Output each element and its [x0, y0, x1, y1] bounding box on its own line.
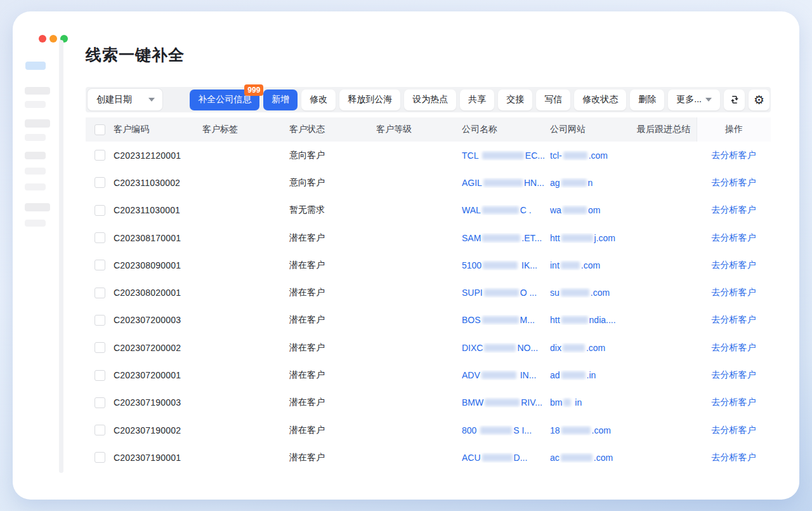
cell-customer-status: 意向客户: [289, 150, 376, 161]
sidebar-skeleton-bar: [25, 152, 46, 159]
cell-company-website[interactable]: agn: [550, 178, 637, 188]
row-checkbox[interactable]: [95, 342, 105, 353]
cell-company-name[interactable]: ACUD...: [462, 453, 550, 463]
cell-customer-status: 潜在客户: [289, 397, 376, 408]
page-title: 线索一键补全: [86, 44, 771, 65]
row-checkbox[interactable]: [95, 260, 105, 270]
toolbar-button[interactable]: 释放到公海: [339, 90, 400, 110]
sidebar-skeleton-bar: [25, 203, 50, 211]
row-checkbox[interactable]: [95, 315, 105, 326]
cell-company-name[interactable]: WALC .: [462, 205, 550, 215]
analyze-customer-link[interactable]: 去分析客户: [712, 397, 756, 408]
cell-company-name[interactable]: DIXCNO...: [462, 343, 550, 353]
column-header: 客户状态: [289, 124, 376, 135]
cell-company-website[interactable]: 18.com: [550, 425, 637, 435]
sidebar-skeleton-bar: [25, 183, 46, 190]
table-row: C202311030001暂无需求WALC .waom去分析客户: [86, 197, 771, 224]
row-checkbox[interactable]: [95, 452, 105, 463]
sidebar-skeleton-bar: [25, 62, 46, 70]
analyze-customer-link[interactable]: 去分析客户: [712, 425, 756, 436]
row-checkbox[interactable]: [95, 288, 105, 298]
date-filter-dropdown[interactable]: 创建日期: [88, 89, 162, 110]
toolbar-button[interactable]: 修改: [301, 90, 336, 110]
analyze-customer-link[interactable]: 去分析客户: [712, 232, 756, 244]
cell-company-website[interactable]: httj.com: [550, 233, 637, 243]
minimize-window-dot[interactable]: [49, 35, 57, 43]
cell-company-website[interactable]: int.com: [550, 260, 637, 270]
toolbar-button[interactable]: 修改状态: [574, 90, 626, 110]
redacted-text: [563, 206, 587, 214]
cell-company-name[interactable]: SAM.ET...: [462, 233, 550, 243]
table-row: C202307190002潜在客户800 S I...18.com去分析客户: [86, 416, 771, 444]
cell-company-name[interactable]: 5100 IK...: [462, 260, 550, 270]
redacted-text: [482, 454, 513, 461]
gear-icon[interactable]: ⚙: [749, 90, 769, 110]
row-checkbox[interactable]: [95, 370, 105, 381]
redacted-text: [482, 234, 520, 242]
complete-company-info-button[interactable]: 补全公司信息999: [190, 90, 259, 110]
table-row: C202312120001意向客户TCL EC...tcl-.com去分析客户: [86, 142, 771, 169]
cell-company-name[interactable]: BOSM...: [462, 315, 550, 325]
cell-customer-status: 潜在客户: [289, 425, 376, 436]
toolbar-button[interactable]: 设为热点: [404, 90, 456, 110]
analyze-customer-link[interactable]: 去分析客户: [712, 177, 756, 189]
cell-company-name[interactable]: TCL EC...: [462, 150, 550, 161]
cell-company-website[interactable]: httndia....: [550, 315, 637, 325]
analyze-customer-link[interactable]: 去分析客户: [712, 204, 756, 216]
column-header: 操作: [697, 117, 771, 142]
cell-company-website[interactable]: tcl-.com: [550, 150, 637, 161]
table-row: C202307190003潜在客户BMWRIV...bm in去分析客户: [86, 389, 771, 416]
cell-customer-code: C202308170001: [114, 233, 202, 243]
cell-company-website[interactable]: ad.in: [550, 370, 637, 380]
analyze-customer-link[interactable]: 去分析客户: [712, 150, 756, 161]
sidebar-skeleton-bar: [25, 87, 50, 95]
analyze-customer-link[interactable]: 去分析客户: [712, 314, 756, 326]
sidebar-divider: [59, 40, 63, 473]
row-checkbox[interactable]: [95, 397, 105, 408]
redacted-text: [480, 427, 512, 434]
toolbar-button[interactable]: 写信: [536, 90, 570, 110]
row-checkbox[interactable]: [95, 425, 105, 435]
row-checkbox[interactable]: [95, 177, 105, 188]
row-checkbox[interactable]: [95, 232, 105, 243]
cell-customer-status: 潜在客户: [289, 232, 376, 244]
toolbar-button[interactable]: 交接: [498, 90, 532, 110]
cell-company-name[interactable]: AGILHN...: [462, 178, 550, 188]
redacted-text: [482, 152, 524, 159]
cell-customer-code: C202311030002: [114, 178, 202, 188]
more-button[interactable]: 更多...: [668, 90, 720, 110]
analyze-customer-link[interactable]: 去分析客户: [712, 369, 756, 381]
analyze-customer-link[interactable]: 去分析客户: [712, 452, 756, 463]
cell-company-website[interactable]: ac.com: [550, 453, 637, 463]
more-button-label: 更多...: [676, 94, 702, 105]
cell-company-name[interactable]: ADV IN...: [462, 370, 550, 380]
select-all-checkbox[interactable]: [95, 124, 105, 135]
close-window-dot[interactable]: [39, 35, 46, 43]
analyze-customer-link[interactable]: 去分析客户: [712, 260, 756, 271]
chevron-down-icon: [148, 98, 155, 102]
analyze-customer-link[interactable]: 去分析客户: [712, 342, 756, 354]
cell-company-website[interactable]: dix.com: [550, 343, 637, 353]
analyze-customer-link[interactable]: 去分析客户: [712, 287, 756, 298]
cell-company-website[interactable]: su.com: [550, 288, 637, 298]
sidebar-skeleton-bar: [25, 119, 50, 128]
cell-company-website[interactable]: bm in: [550, 397, 637, 408]
cell-customer-status: 潜在客户: [289, 369, 376, 381]
redacted-text: [561, 289, 589, 296]
column-header: 公司网站: [550, 124, 637, 135]
toolbar-button[interactable]: 共享: [460, 90, 494, 110]
redacted-text: [483, 179, 523, 187]
cell-company-name[interactable]: BMWRIV...: [462, 397, 550, 408]
cell-company-name[interactable]: 800 S I...: [462, 425, 550, 435]
row-checkbox[interactable]: [95, 205, 105, 216]
row-checkbox[interactable]: [95, 150, 105, 161]
add-new-button[interactable]: 新增: [263, 90, 298, 110]
toolbar-button[interactable]: 删除: [630, 90, 664, 110]
sidebar-skeleton-bar: [25, 101, 46, 108]
cell-company-name[interactable]: SUPIO ...: [462, 288, 550, 298]
window-controls: [39, 35, 68, 43]
table-body: C202312120001意向客户TCL EC...tcl-.com去分析客户C…: [86, 142, 771, 472]
sync-icon[interactable]: [724, 90, 745, 110]
cell-company-website[interactable]: waom: [550, 205, 637, 215]
redacted-text: [561, 371, 586, 379]
